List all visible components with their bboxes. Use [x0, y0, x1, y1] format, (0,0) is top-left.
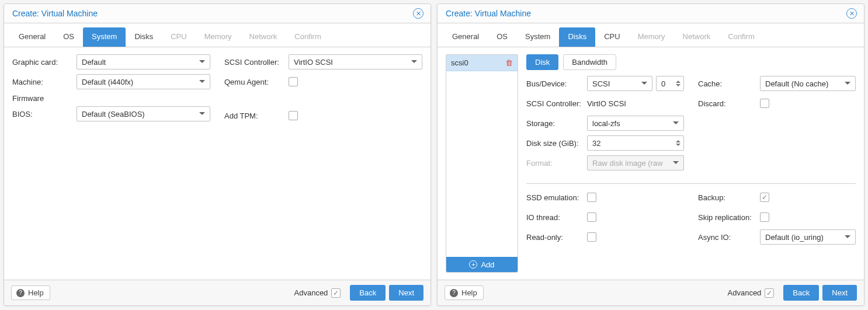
tab-system[interactable]: System [83, 27, 126, 47]
tab-general[interactable]: General [443, 27, 488, 47]
tab-os[interactable]: OS [54, 27, 83, 47]
discard-checkbox[interactable] [760, 99, 769, 108]
tab-memory: Memory [629, 27, 674, 47]
graphic-card-select[interactable]: Default [77, 54, 210, 69]
machine-select[interactable]: Default (i440fx) [77, 74, 210, 89]
backup-checkbox[interactable] [760, 193, 769, 202]
machine-label: Machine: [12, 78, 77, 86]
tab-os[interactable]: OS [488, 27, 516, 47]
advanced-checkbox[interactable] [331, 288, 341, 298]
footer: ? Help Advanced Back Next [438, 280, 864, 305]
subtab-disk[interactable]: Disk [526, 54, 558, 70]
scsi-controller-label: SCSI Controller: [526, 99, 587, 108]
help-button[interactable]: ? Help [445, 285, 484, 300]
storage-label: Storage: [526, 119, 587, 128]
async-io-select[interactable]: Default (io_uring) [760, 229, 856, 245]
tab-confirm: Confirm [286, 27, 330, 47]
device-number-input[interactable]: 0 [656, 76, 684, 91]
cache-label: Cache: [698, 79, 760, 88]
tab-cpu: CPU [162, 27, 195, 47]
add-disk-button[interactable]: + Add [446, 257, 518, 272]
tab-confirm: Confirm [719, 27, 763, 47]
disk-size-label: Disk size (GiB): [526, 139, 587, 148]
qemu-agent-checkbox[interactable] [289, 77, 298, 86]
read-only-label: Read-only: [526, 233, 587, 242]
footer: ? Help Advanced Back Next [4, 280, 430, 305]
next-button[interactable]: Next [389, 285, 423, 301]
window-title: Create: Virtual Machine [12, 9, 98, 18]
disk-item-scsi0[interactable]: scsi0 🗑 [446, 55, 518, 71]
tab-general[interactable]: General [10, 27, 54, 47]
discard-label: Discard: [698, 99, 760, 108]
graphic-card-label: Graphic card: [12, 58, 77, 67]
wizard-tabs: General OS System Disks CPU Memory Netwo… [438, 23, 864, 47]
close-icon[interactable]: ✕ [846, 8, 857, 19]
next-button[interactable]: Next [822, 285, 857, 301]
trash-icon[interactable]: 🗑 [505, 58, 513, 67]
disk-list-sidebar: scsi0 🗑 + Add [446, 54, 518, 273]
help-icon: ? [16, 289, 25, 297]
bios-select[interactable]: Default (SeaBIOS) [77, 106, 210, 121]
bus-device-label: Bus/Device: [526, 79, 587, 88]
back-button[interactable]: Back [350, 285, 386, 301]
io-thread-checkbox[interactable] [587, 213, 596, 222]
disk-size-input[interactable]: 32 [587, 135, 684, 151]
bus-select[interactable]: SCSI [587, 76, 652, 91]
subtab-bandwidth[interactable]: Bandwidth [563, 54, 616, 70]
ssd-emulation-checkbox[interactable] [587, 193, 596, 202]
storage-select[interactable]: local-zfs [587, 116, 684, 131]
help-button[interactable]: ? Help [11, 285, 50, 300]
titlebar: Create: Virtual Machine ✕ [4, 4, 430, 23]
format-select: Raw disk image (raw [587, 155, 684, 170]
system-body: Graphic card: Default Machine: Default (… [4, 47, 430, 280]
advanced-checkbox[interactable] [765, 288, 774, 298]
close-icon[interactable]: ✕ [413, 8, 423, 19]
tab-network: Network [241, 27, 286, 47]
backup-label: Backup: [698, 193, 760, 202]
cache-select[interactable]: Default (No cache) [760, 76, 856, 91]
tab-memory: Memory [196, 27, 241, 47]
plus-icon: + [469, 260, 477, 269]
add-tpm-checkbox[interactable] [289, 111, 298, 120]
skip-replication-checkbox[interactable] [760, 213, 769, 222]
disks-body: scsi0 🗑 + Add Disk Bandwidth B [438, 47, 864, 280]
async-io-label: Async IO: [698, 233, 760, 242]
qemu-agent-label: Qemu Agent: [224, 78, 289, 86]
tab-network: Network [674, 27, 720, 47]
scsi-controller-label: SCSI Controller: [224, 58, 289, 67]
io-thread-label: IO thread: [526, 213, 587, 222]
advanced-toggle[interactable]: Advanced [728, 288, 775, 298]
read-only-checkbox[interactable] [587, 232, 596, 242]
divider [526, 183, 856, 184]
tab-disks[interactable]: Disks [559, 27, 595, 47]
bios-label: BIOS: [12, 110, 77, 119]
help-icon: ? [450, 289, 458, 297]
scsi-controller-value: VirtIO SCSI [587, 99, 626, 108]
vm-create-window-system: Create: Virtual Machine ✕ General OS Sys… [4, 4, 431, 306]
skip-replication-label: Skip replication: [698, 213, 760, 222]
window-title: Create: Virtual Machine [446, 9, 531, 18]
tab-disks[interactable]: Disks [126, 27, 162, 47]
firmware-label: Firmware [12, 94, 210, 103]
advanced-toggle[interactable]: Advanced [294, 288, 341, 298]
tab-system[interactable]: System [516, 27, 559, 47]
titlebar: Create: Virtual Machine ✕ [438, 4, 864, 23]
add-tpm-label: Add TPM: [224, 112, 289, 120]
ssd-emulation-label: SSD emulation: [526, 193, 587, 202]
format-label: Format: [526, 159, 587, 168]
wizard-tabs: General OS System Disks CPU Memory Netwo… [4, 23, 430, 47]
back-button[interactable]: Back [783, 285, 819, 301]
scsi-controller-select[interactable]: VirtIO SCSI [289, 54, 422, 69]
tab-cpu[interactable]: CPU [595, 27, 629, 47]
vm-create-window-disks: Create: Virtual Machine ✕ General OS Sys… [437, 4, 864, 306]
